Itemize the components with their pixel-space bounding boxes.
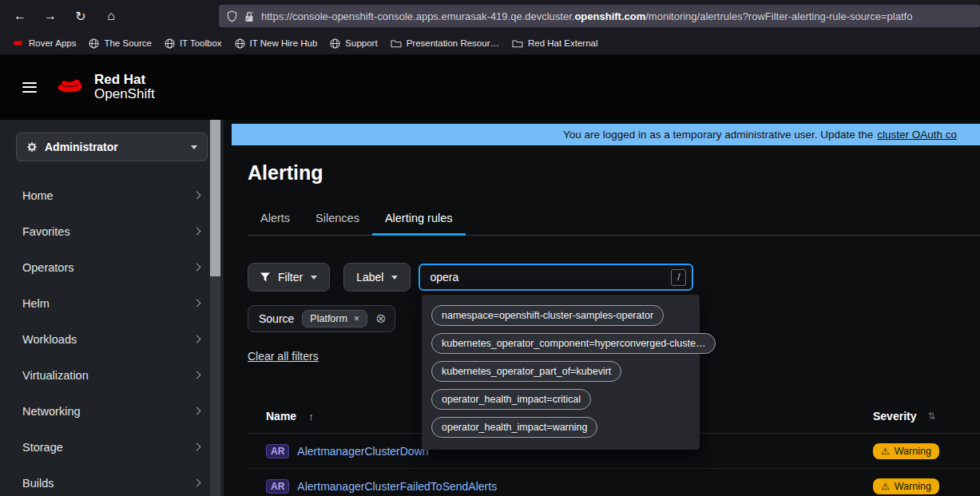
address-bar[interactable]: https://console-openshift-console.apps.e… — [219, 5, 980, 27]
bookmark-red-hat-external[interactable]: Red Hat External — [506, 36, 605, 50]
sidebar-item-builds[interactable]: Builds — [0, 465, 224, 496]
bookmark-label: IT Toolbox — [180, 38, 222, 48]
tab-alerting-rules[interactable]: Alerting rules — [372, 204, 466, 235]
sidebar-item-favorites[interactable]: Favorites — [0, 213, 224, 249]
label-search-box: / — [419, 264, 693, 291]
sidebar-item-helm[interactable]: Helm — [0, 285, 224, 321]
sidebar-nav: Home Favorites Operators Helm Workloads … — [0, 177, 224, 496]
banner-message: You are logged in as a temporary adminis… — [563, 129, 873, 141]
chevron-right-icon — [193, 407, 201, 415]
browser-nav-icons: ← → ↻ ⌂ — [0, 6, 131, 26]
bookmark-it-toolbox[interactable]: IT Toolbox — [158, 36, 228, 51]
cluster-oauth-link[interactable]: cluster OAuth co — [877, 129, 957, 141]
sort-ascending-icon: ↑ — [308, 411, 314, 423]
alert-rule-link[interactable]: AlertmanagerClusterFailedToSendAlerts — [297, 480, 497, 493]
chip-remove-icon[interactable]: × — [354, 313, 359, 324]
redhat-fedora-icon — [13, 39, 24, 48]
bookmark-label: Red Hat External — [528, 38, 598, 48]
hamburger-menu-icon[interactable] — [22, 79, 37, 95]
sidebar-item-operators[interactable]: Operators — [0, 249, 224, 285]
shield-icon[interactable] — [227, 10, 237, 22]
label-dropdown-button[interactable]: Label — [343, 263, 411, 292]
chip-group-category: Source — [259, 312, 294, 325]
alerting-tabs: Alerts Silences Alerting rules — [248, 204, 980, 236]
brand-text: Red Hat OpenShift — [94, 73, 155, 102]
browser-toolbar: ← → ↻ ⌂ https://console-openshift-consol… — [0, 0, 980, 32]
gear-icon — [26, 141, 38, 153]
platform-chip: Platform × — [302, 310, 367, 327]
sidebar-item-workloads[interactable]: Workloads — [0, 321, 224, 357]
bookmark-presentation-resources[interactable]: Presentation Resour… — [384, 36, 506, 50]
column-header-severity[interactable]: Severity ⇅ — [873, 410, 980, 423]
app-masthead: Red Hat OpenShift — [0, 54, 980, 120]
suggestion-option[interactable]: namespace=openshift-cluster-samples-oper… — [431, 305, 664, 326]
filter-funnel-icon — [260, 272, 270, 282]
chevron-right-icon — [193, 300, 201, 308]
suggestion-option[interactable]: kubernetes_operator_component=hyperconve… — [431, 333, 716, 354]
label-search-input[interactable] — [430, 271, 671, 284]
sidebar-item-home[interactable]: Home — [0, 177, 224, 213]
bookmark-label: The Source — [104, 38, 151, 48]
globe-icon — [235, 38, 245, 49]
sort-icon: ⇅ — [927, 411, 935, 422]
alert-rule-link[interactable]: AlertmanagerClusterDown — [297, 445, 428, 458]
lock-slash-icon[interactable] — [244, 10, 254, 22]
url-text: https://console-openshift-console.apps.e… — [261, 10, 912, 22]
redhat-fedora-icon — [58, 77, 86, 98]
suggestion-option[interactable]: operator_health_impact=critical — [431, 389, 591, 410]
back-icon[interactable]: ← — [11, 6, 29, 26]
globe-icon — [89, 38, 99, 49]
reload-icon[interactable]: ↻ — [72, 6, 89, 26]
sidebar-scrollbar-thumb[interactable] — [210, 120, 220, 276]
chevron-right-icon — [193, 228, 201, 236]
chevron-right-icon — [193, 335, 201, 343]
chevron-right-icon — [193, 192, 201, 200]
alerting-rule-badge: AR — [266, 479, 289, 494]
alerting-rule-badge: AR — [266, 444, 289, 458]
sidebar-item-networking[interactable]: Networking — [0, 393, 224, 429]
label-suggestions-dropdown: namespace=openshift-cluster-samples-oper… — [422, 295, 700, 450]
sidebar: Administrator Home Favorites Operators H… — [0, 120, 224, 496]
suggestion-option[interactable]: operator_health_impact=warning — [431, 417, 597, 438]
bookmark-support[interactable]: Support — [323, 36, 383, 51]
globe-icon — [330, 38, 340, 49]
forward-icon[interactable]: → — [42, 6, 59, 26]
chevron-down-icon — [391, 276, 398, 280]
chevron-down-icon — [311, 276, 317, 280]
main-content: You are logged in as a temporary adminis… — [224, 120, 980, 496]
sidebar-item-storage[interactable]: Storage — [0, 429, 224, 465]
bookmark-it-new-hire-hub[interactable]: IT New Hire Hub — [228, 36, 324, 51]
bookmark-label: IT New Hire Hub — [250, 38, 318, 48]
chevron-down-icon — [191, 145, 197, 149]
login-notice-banner: You are logged in as a temporary adminis… — [232, 124, 980, 145]
suggestion-option[interactable]: kubernetes_operator_part_of=kubevirt — [431, 361, 621, 382]
page-title: Alerting — [248, 161, 980, 185]
brand-line2: OpenShift — [94, 87, 155, 101]
clear-chip-group-icon[interactable]: ⊗ — [375, 312, 386, 325]
slash-shortcut-hint: / — [671, 269, 686, 286]
brand-line1: Red Hat — [94, 73, 155, 87]
bookmark-rover-apps[interactable]: Rover Apps — [6, 36, 82, 50]
chevron-right-icon — [193, 371, 201, 379]
home-icon[interactable]: ⌂ — [102, 6, 120, 26]
filter-toolbar: Filter Label / namespace=openshift-clust… — [248, 263, 980, 292]
perspective-switcher[interactable]: Administrator — [16, 133, 208, 161]
sidebar-item-virtualization[interactable]: Virtualization — [0, 357, 224, 393]
chevron-right-icon — [193, 479, 201, 487]
tab-alerts[interactable]: Alerts — [248, 204, 303, 235]
chevron-right-icon — [193, 264, 201, 272]
warning-triangle-icon: ⚠ — [881, 482, 890, 491]
bookmark-label: Rover Apps — [29, 38, 76, 48]
openshift-logo[interactable]: Red Hat OpenShift — [58, 73, 155, 102]
tab-silences[interactable]: Silences — [303, 204, 372, 235]
globe-icon — [165, 38, 175, 49]
bookmark-the-source[interactable]: The Source — [82, 36, 157, 51]
chevron-right-icon — [193, 443, 201, 451]
filter-dropdown-button[interactable]: Filter — [248, 263, 330, 292]
severity-badge: ⚠ Warning — [873, 478, 939, 494]
folder-icon — [512, 38, 523, 48]
clear-all-filters-link[interactable]: Clear all filters — [248, 350, 319, 363]
warning-triangle-icon: ⚠ — [881, 446, 890, 456]
bookmarks-bar: Rover Apps The Source IT Toolbox IT New … — [0, 32, 980, 54]
sidebar-scrollbar-track[interactable] — [210, 120, 220, 496]
